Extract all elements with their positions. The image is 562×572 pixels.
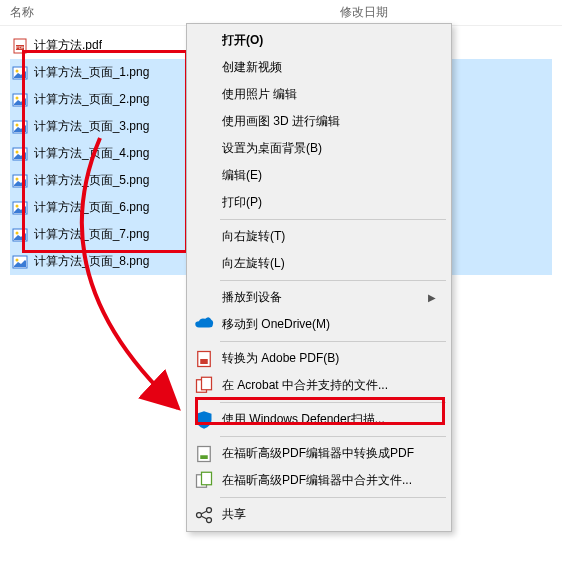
image-icon	[12, 146, 28, 162]
submenu-arrow-icon: ▶	[428, 292, 438, 303]
menu-rotate-left[interactable]: 向左旋转(L)	[190, 250, 448, 277]
image-icon	[12, 227, 28, 243]
svg-text:PDF: PDF	[16, 45, 25, 50]
svg-line-30	[202, 511, 207, 514]
svg-point-10	[16, 150, 19, 153]
file-label: 计算方法_页面_7.png	[34, 226, 149, 243]
svg-point-29	[207, 517, 212, 522]
file-label: 计算方法_页面_6.png	[34, 199, 149, 216]
image-icon	[12, 254, 28, 270]
header-name[interactable]: 名称	[10, 4, 340, 21]
svg-point-14	[16, 204, 19, 207]
pdf-icon: PDF	[12, 38, 28, 54]
menu-edit-paint3d[interactable]: 使用画图 3D 进行编辑	[190, 108, 448, 135]
header-date[interactable]: 修改日期	[340, 4, 552, 21]
menu-share[interactable]: 共享	[190, 501, 448, 528]
svg-point-16	[16, 231, 19, 234]
menu-rotate-right[interactable]: 向右旋转(T)	[190, 223, 448, 250]
menu-edit[interactable]: 编辑(E)	[190, 162, 448, 189]
svg-rect-22	[202, 377, 212, 390]
blank-icon	[194, 290, 214, 306]
menu-separator	[220, 219, 446, 220]
menu-onedrive[interactable]: 移动到 OneDrive(M)	[190, 311, 448, 338]
image-icon	[12, 173, 28, 189]
svg-point-27	[197, 512, 202, 517]
menu-convert-adobe-pdf[interactable]: 转换为 Adobe PDF(B)	[190, 345, 448, 372]
menu-foxit-convert[interactable]: 在福昕高级PDF编辑器中转换成PDF	[190, 440, 448, 467]
svg-point-28	[207, 507, 212, 512]
svg-line-31	[202, 516, 207, 519]
svg-rect-26	[202, 472, 212, 485]
svg-point-12	[16, 177, 19, 180]
svg-rect-20	[200, 359, 208, 364]
menu-print[interactable]: 打印(P)	[190, 189, 448, 216]
svg-rect-23	[198, 446, 211, 461]
svg-point-4	[16, 69, 19, 72]
svg-rect-24	[200, 455, 208, 459]
file-label: 计算方法_页面_5.png	[34, 172, 149, 189]
blank-icon	[194, 256, 214, 272]
blank-icon	[194, 33, 214, 49]
menu-separator	[220, 280, 446, 281]
menu-separator	[220, 402, 446, 403]
menu-separator	[220, 341, 446, 342]
menu-set-background[interactable]: 设置为桌面背景(B)	[190, 135, 448, 162]
blank-icon	[194, 114, 214, 130]
onedrive-icon	[194, 317, 214, 333]
context-menu: 打开(O) 创建新视频 使用照片 编辑 使用画图 3D 进行编辑 设置为桌面背景…	[186, 23, 452, 532]
menu-separator	[220, 436, 446, 437]
image-icon	[12, 92, 28, 108]
foxit-icon	[194, 446, 214, 462]
menu-foxit-combine[interactable]: 在福昕高级PDF编辑器中合并文件...	[190, 467, 448, 494]
svg-point-6	[16, 96, 19, 99]
file-label: 计算方法.pdf	[34, 37, 102, 54]
share-icon	[194, 507, 214, 523]
menu-cast-device[interactable]: 播放到设备 ▶	[190, 284, 448, 311]
svg-point-18	[16, 258, 19, 261]
file-label: 计算方法_页面_3.png	[34, 118, 149, 135]
menu-combine-acrobat[interactable]: 在 Acrobat 中合并支持的文件...	[190, 372, 448, 399]
menu-create-video[interactable]: 创建新视频	[190, 54, 448, 81]
file-label: 计算方法_页面_4.png	[34, 145, 149, 162]
image-icon	[12, 200, 28, 216]
svg-point-8	[16, 123, 19, 126]
blank-icon	[194, 229, 214, 245]
foxit-combine-icon	[194, 473, 214, 489]
file-label: 计算方法_页面_2.png	[34, 91, 149, 108]
blank-icon	[194, 195, 214, 211]
blank-icon	[194, 60, 214, 76]
menu-separator	[220, 497, 446, 498]
menu-open[interactable]: 打开(O)	[190, 27, 448, 54]
blank-icon	[194, 141, 214, 157]
image-icon	[12, 65, 28, 81]
image-icon	[12, 119, 28, 135]
menu-edit-photos[interactable]: 使用照片 编辑	[190, 81, 448, 108]
defender-shield-icon	[194, 412, 214, 428]
menu-defender-scan[interactable]: 使用 Windows Defender扫描...	[190, 406, 448, 433]
file-label: 计算方法_页面_8.png	[34, 253, 149, 270]
adobe-combine-icon	[194, 378, 214, 394]
blank-icon	[194, 87, 214, 103]
file-label: 计算方法_页面_1.png	[34, 64, 149, 81]
adobe-pdf-icon	[194, 351, 214, 367]
blank-icon	[194, 168, 214, 184]
